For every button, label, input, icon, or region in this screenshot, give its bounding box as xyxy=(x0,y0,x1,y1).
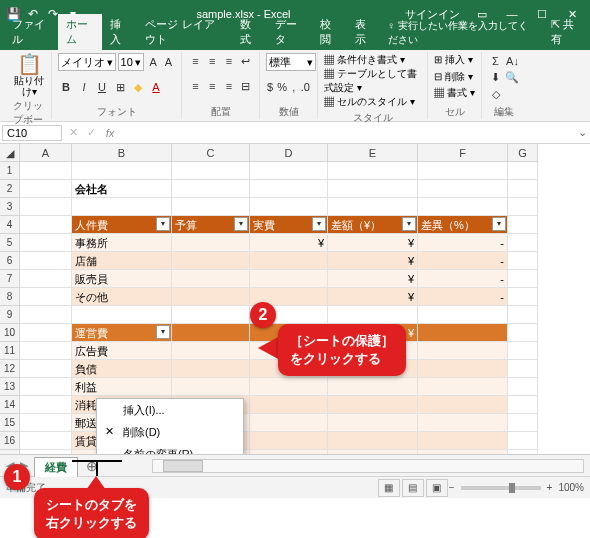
cond-format-button[interactable]: ▦ 条件付き書式 ▾ xyxy=(324,53,421,67)
zoom-level[interactable]: 100% xyxy=(558,482,584,493)
filter-icon[interactable]: ▾ xyxy=(156,217,170,231)
view-layout-icon[interactable]: ▤ xyxy=(402,479,424,497)
menu-insert[interactable]: 挿入(I)... xyxy=(97,399,243,421)
merge-icon[interactable]: ⊟ xyxy=(238,78,253,94)
menu-rename[interactable]: 名前の変更(R) xyxy=(97,443,243,454)
row-header[interactable]: 6 xyxy=(0,252,20,270)
worksheet-grid[interactable]: ◢ A B C D E F G 1 2 会社名 3 4 人件費▾ 予算▾ 実費▾… xyxy=(0,144,590,454)
comma-icon[interactable]: , xyxy=(290,79,298,95)
row-header[interactable]: 14 xyxy=(0,396,20,414)
sort-icon[interactable]: A↓ xyxy=(505,53,520,69)
tab-file[interactable]: ファイル xyxy=(4,14,58,50)
row-header[interactable]: 11 xyxy=(0,342,20,360)
formula-expand-icon[interactable]: ⌄ xyxy=(574,126,590,139)
filter-icon[interactable]: ▾ xyxy=(312,217,326,231)
fx-icon[interactable]: fx xyxy=(100,127,120,139)
filter-icon[interactable]: ▾ xyxy=(156,325,170,339)
tab-data[interactable]: データ xyxy=(267,14,311,50)
col-header[interactable]: E xyxy=(328,144,418,162)
col-header[interactable]: B xyxy=(72,144,172,162)
clear-icon[interactable]: ◇ xyxy=(488,86,504,102)
tab-home[interactable]: ホーム xyxy=(58,14,102,50)
font-name-select[interactable]: メイリオ▾ xyxy=(58,53,116,71)
shrink-font-icon[interactable]: A xyxy=(162,54,175,70)
table-format-button[interactable]: ▦ テーブルとして書式設定 ▾ xyxy=(324,67,421,95)
tab-review[interactable]: 校閲 xyxy=(312,14,347,50)
number-format-select[interactable]: 標準▾ xyxy=(266,53,316,71)
row-header[interactable]: 13 xyxy=(0,378,20,396)
zoom-slider[interactable] xyxy=(461,486,541,490)
filter-icon[interactable]: ▾ xyxy=(234,217,248,231)
italic-icon[interactable]: I xyxy=(76,79,92,95)
cancel-formula-icon[interactable]: ✕ xyxy=(64,126,82,139)
filter-icon[interactable]: ▾ xyxy=(492,217,506,231)
bold-icon[interactable]: B xyxy=(58,79,74,95)
tab-view[interactable]: 表示 xyxy=(347,14,382,50)
name-box[interactable]: C10 xyxy=(2,125,62,141)
wrap-icon[interactable]: ↩ xyxy=(238,53,253,69)
table-header[interactable]: 人件費▾ xyxy=(72,216,172,234)
row-header[interactable]: 1 xyxy=(0,162,20,180)
align-bot-icon[interactable]: ≡ xyxy=(222,53,237,69)
find-icon[interactable]: 🔍 xyxy=(504,70,520,86)
filter-icon[interactable]: ▾ xyxy=(402,217,416,231)
font-color-icon[interactable]: A xyxy=(148,79,164,95)
border-icon[interactable]: ⊞ xyxy=(112,79,128,95)
row-header[interactable]: 15 xyxy=(0,414,20,432)
col-header[interactable]: G xyxy=(508,144,538,162)
insert-cells-button[interactable]: ⊞ 挿入 ▾ xyxy=(434,53,475,67)
col-header[interactable]: A xyxy=(20,144,72,162)
row-header[interactable]: 8 xyxy=(0,288,20,306)
paste-button[interactable]: 📋貼り付け▾ xyxy=(10,53,48,97)
row-header[interactable]: 2 xyxy=(0,180,20,198)
col-header[interactable]: C xyxy=(172,144,250,162)
align-mid-icon[interactable]: ≡ xyxy=(205,53,220,69)
row-header[interactable]: 17 xyxy=(0,450,20,454)
menu-delete[interactable]: ✕削除(D) xyxy=(97,421,243,443)
align-right-icon[interactable]: ≡ xyxy=(222,78,237,94)
zoom-in-icon[interactable]: + xyxy=(547,482,553,493)
row-header[interactable]: 4 xyxy=(0,216,20,234)
sum-icon[interactable]: Σ xyxy=(488,53,503,69)
table-header[interactable]: 実費▾ xyxy=(250,216,328,234)
row-header[interactable]: 10 xyxy=(0,324,20,342)
row-header[interactable]: 3 xyxy=(0,198,20,216)
grow-font-icon[interactable]: A xyxy=(146,54,159,70)
percent-icon[interactable]: % xyxy=(276,79,288,95)
tab-insert[interactable]: 挿入 xyxy=(102,14,137,50)
share-button[interactable]: ⇱ 共有 xyxy=(541,14,590,50)
tab-layout[interactable]: ページ レイアウト xyxy=(137,14,232,50)
delete-cells-button[interactable]: ⊟ 削除 ▾ xyxy=(434,70,475,84)
enter-formula-icon[interactable]: ✓ xyxy=(82,126,100,139)
view-break-icon[interactable]: ▣ xyxy=(426,479,448,497)
row-header[interactable]: 16 xyxy=(0,432,20,450)
underline-icon[interactable]: U xyxy=(94,79,110,95)
group-number: 数値 xyxy=(266,103,311,119)
row-header[interactable]: 12 xyxy=(0,360,20,378)
row-header[interactable]: 7 xyxy=(0,270,20,288)
currency-icon[interactable]: $ xyxy=(266,79,274,95)
col-header[interactable]: F xyxy=(418,144,508,162)
tab-formula[interactable]: 数式 xyxy=(232,14,267,50)
align-top-icon[interactable]: ≡ xyxy=(188,53,203,69)
table-header[interactable]: 差異（%）▾ xyxy=(418,216,508,234)
fill-color-icon[interactable]: ◆ xyxy=(130,79,146,95)
select-all-corner[interactable]: ◢ xyxy=(0,144,20,162)
zoom-out-icon[interactable]: − xyxy=(449,482,455,493)
col-header[interactable]: D xyxy=(250,144,328,162)
table-header[interactable]: 差額（¥）▾ xyxy=(328,216,418,234)
format-cells-button[interactable]: ▦ 書式 ▾ xyxy=(434,86,475,100)
cell[interactable]: 会社名 xyxy=(72,180,172,198)
table-header[interactable]: 予算▾ xyxy=(172,216,250,234)
tell-me[interactable]: ♀ 実行したい作業を入力してください xyxy=(382,16,541,50)
row-header[interactable]: 5 xyxy=(0,234,20,252)
horizontal-scrollbar[interactable] xyxy=(152,459,584,473)
view-normal-icon[interactable]: ▦ xyxy=(378,479,400,497)
row-header[interactable]: 9 xyxy=(0,306,20,324)
font-size-select[interactable]: 10▾ xyxy=(118,53,145,71)
align-center-icon[interactable]: ≡ xyxy=(205,78,220,94)
inc-dec-icon[interactable]: .0 xyxy=(300,79,311,95)
cell-styles-button[interactable]: ▦ セルのスタイル ▾ xyxy=(324,95,421,109)
align-left-icon[interactable]: ≡ xyxy=(188,78,203,94)
fill-icon[interactable]: ⬇ xyxy=(488,70,502,86)
